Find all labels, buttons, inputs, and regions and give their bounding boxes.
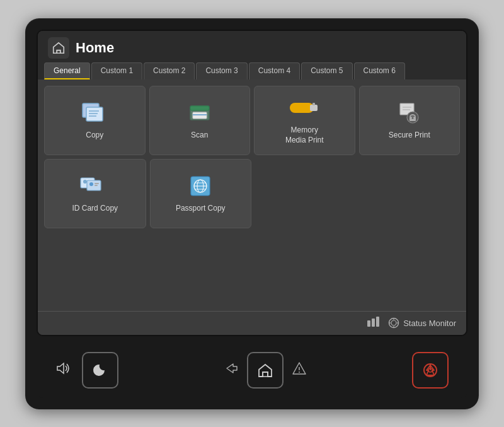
arrow-icon [224,361,238,379]
svg-point-20 [83,180,87,184]
svg-rect-12 [312,103,315,105]
svg-rect-25 [94,183,99,184]
status-bar: Status Monitor [38,311,466,335]
svg-rect-26 [94,185,98,186]
bottom-controls [37,342,467,398]
status-monitor-button[interactable]: Status Monitor [388,317,456,329]
tab-custom3[interactable]: Custom 3 [196,62,247,79]
sleep-button[interactable] [82,352,118,389]
speaker-icon [55,361,71,379]
tab-custom6[interactable]: Custom 6 [354,62,405,79]
id-card-copy-label: ID Card Copy [72,204,118,214]
status-monitor-label: Status Monitor [403,319,456,328]
secure-print-label: Secure Print [389,131,430,141]
bottom-left [55,352,118,389]
svg-point-24 [89,182,93,186]
tab-custom4[interactable]: Custom 4 [249,62,300,79]
svg-rect-33 [367,320,370,327]
scan-icon [183,100,216,126]
svg-point-18 [411,117,413,119]
tabs-bar: General Custom 1 Custom 2 Custom 3 Custo… [38,62,466,79]
tab-custom1[interactable]: Custom 1 [91,62,142,79]
svg-rect-35 [376,317,379,327]
svg-rect-11 [310,105,318,111]
network-icon [365,315,381,331]
svg-rect-34 [372,319,375,327]
secure-print-button[interactable]: Secure Print [359,86,461,155]
id-card-copy-button[interactable]: ID Card Copy [44,159,146,228]
memory-media-print-label: MemoryMedia Print [285,126,324,145]
empty-cell-2 [360,159,461,228]
svg-rect-23 [87,180,101,190]
copy-label: Copy [86,131,103,141]
svg-point-37 [391,320,396,325]
svg-marker-43 [227,364,237,373]
usb-icon [288,95,321,120]
home-header-icon [48,37,69,59]
svg-rect-44 [263,372,268,377]
warning-icon [292,361,306,379]
passport-copy-label: Passport Copy [176,204,226,214]
copy-icon [78,100,111,126]
screen: Home General Custom 1 Custom 2 Custom 3 … [37,30,467,336]
bottom-right [412,352,449,389]
page-title: Home [76,40,114,56]
device-frame: Home General Custom 1 Custom 2 Custom 3 … [25,18,479,409]
svg-rect-7 [190,106,209,110]
svg-rect-2 [86,107,103,121]
grid-row-1: Copy Scan [44,86,460,155]
id-card-icon [79,173,112,199]
passport-icon [184,173,217,199]
app-grid: Copy Scan [38,79,466,311]
secure-print-icon [393,100,426,126]
tab-custom2[interactable]: Custom 2 [144,62,195,79]
tab-general[interactable]: General [44,62,90,79]
empty-cell-1 [255,159,356,228]
grid-row-2: ID Card Copy Passport Cop [44,159,460,228]
passport-copy-button[interactable]: Passport Copy [150,159,252,228]
scan-label: Scan [191,131,208,141]
screen-header: Home [38,31,466,59]
svg-marker-42 [57,363,64,373]
home-button[interactable] [247,352,284,389]
memory-media-print-button[interactable]: MemoryMedia Print [254,86,355,155]
tab-custom5[interactable]: Custom 5 [301,62,352,79]
bottom-center [224,352,306,389]
scan-button[interactable]: Scan [149,86,251,155]
copy-button[interactable]: Copy [44,86,146,155]
svg-point-47 [299,371,300,373]
power-button[interactable] [412,352,449,389]
